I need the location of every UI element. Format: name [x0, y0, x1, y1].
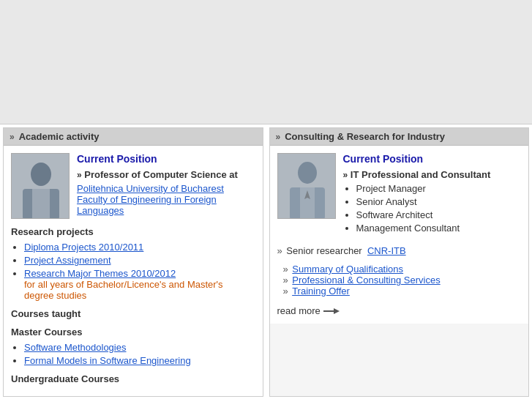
research-note: for all years of Bachelor/Licence's and …	[24, 279, 223, 301]
senior-researcher-line: » Senior researcher CNR-ITB	[277, 245, 522, 256]
svg-rect-9	[323, 310, 335, 312]
senior-chevron: »	[277, 245, 282, 256]
sub-link-row-3: » Training Offer	[283, 286, 522, 297]
right-position-details: Current Position » IT Professional and C…	[343, 153, 522, 238]
left-panel-header: » Academic activity	[4, 128, 263, 146]
summary-qualifications-link[interactable]: Summary of Qualifications	[292, 264, 403, 275]
list-item: Senior Analyst	[356, 196, 522, 207]
list-item: Project Assignement	[24, 255, 255, 266]
software-methodologies-link[interactable]: Software Methodologies	[24, 342, 126, 353]
left-prof-text: Professor of Computer Science at	[84, 169, 238, 180]
sub-links-container: » Summary of Qualifications » Profession…	[283, 264, 522, 297]
left-position-details: Current Position » Professor of Computer…	[77, 153, 255, 219]
top-banner	[0, 0, 532, 124]
right-profile-section: Current Position » IT Professional and C…	[277, 153, 522, 238]
svg-point-1	[31, 163, 51, 186]
left-profile-section: Current Position » Professor of Computer…	[11, 153, 255, 219]
svg-point-5	[298, 162, 317, 184]
master-courses-list: Software Methodologies Formal Models in …	[24, 342, 255, 366]
list-item: Project Manager	[356, 183, 522, 194]
right-it-chevron: »	[343, 170, 348, 180]
list-item: Management Consultant	[356, 223, 522, 234]
left-prof-line: » Professor of Computer Science at	[77, 169, 255, 180]
undergrad-courses-heading: Undergraduate Courses	[11, 373, 255, 384]
master-courses-heading: Master Courses	[11, 327, 255, 338]
left-panel: » Academic activity Current Pos	[3, 127, 263, 397]
main-content: » Academic activity Current Pos	[0, 124, 532, 399]
right-panel-chevrons: »	[276, 132, 281, 142]
research-projects-list: Diploma Projects 2010/2011 Project Assig…	[24, 242, 255, 301]
sub-arrow-2: »	[283, 275, 288, 286]
right-it-line: » IT Professional and Consultant	[343, 169, 522, 180]
training-offer-link[interactable]: Training Offer	[292, 286, 350, 297]
cnr-itb-link[interactable]: CNR-ITB	[367, 245, 406, 256]
svg-rect-3	[32, 189, 50, 219]
left-current-position-title: Current Position	[77, 153, 255, 165]
right-current-position-title: Current Position	[343, 153, 522, 165]
sub-link-row-2: » Professional & Consulting Services	[283, 275, 522, 286]
list-item: Software Architect	[356, 209, 522, 220]
read-more-section: read more	[277, 305, 522, 316]
politehnica-link[interactable]: Politehnica University of Bucharest	[77, 183, 224, 194]
right-profile-image	[277, 153, 336, 219]
project-assignement-link[interactable]: Project Assignement	[24, 255, 111, 266]
courses-taught-heading: Courses taught	[11, 308, 255, 319]
right-panel: » Consulting & Research for Industry	[269, 127, 530, 397]
professional-consulting-link[interactable]: Professional & Consulting Services	[292, 275, 440, 286]
left-prof-chevron: »	[77, 170, 82, 180]
left-panel-body: Current Position » Professor of Computer…	[4, 146, 263, 396]
left-panel-title: Academic activity	[19, 131, 100, 142]
research-themes-link[interactable]: Research Major Themes 2010/2012	[24, 268, 176, 279]
right-panel-body: Current Position » IT Professional and C…	[270, 146, 529, 324]
right-bullet-list: Project Manager Senior Analyst Software …	[356, 183, 522, 234]
left-link2-container: Faculty of Engineering in Foreign Langua…	[77, 194, 255, 216]
left-link1-container: Politehnica University of Bucharest	[77, 183, 255, 194]
right-it-text: IT Professional and Consultant	[351, 169, 490, 180]
read-more-link[interactable]: read more	[277, 305, 321, 316]
list-item: Formal Models in Software Engineering	[24, 355, 255, 366]
left-profile-image	[11, 153, 70, 219]
list-item: Research Major Themes 2010/2012 for all …	[24, 268, 255, 301]
svg-marker-10	[334, 308, 340, 314]
list-item: Diploma Projects 2010/2011	[24, 242, 255, 253]
read-more-arrow-icon	[323, 307, 340, 316]
sub-link-row-1: » Summary of Qualifications	[283, 264, 522, 275]
right-panel-header: » Consulting & Research for Industry	[270, 128, 529, 146]
sub-arrow-3: »	[283, 286, 288, 297]
list-item: Software Methodologies	[24, 342, 255, 353]
sub-arrow-1: »	[283, 264, 288, 275]
left-panel-chevrons: »	[10, 132, 15, 142]
diploma-projects-link[interactable]: Diploma Projects 2010/2011	[24, 242, 143, 253]
right-panel-title: Consulting & Research for Industry	[285, 131, 445, 142]
formal-models-link[interactable]: Formal Models in Software Engineering	[24, 355, 191, 366]
research-projects-heading: Research projects	[11, 226, 255, 237]
senior-researcher-text: Senior researcher	[286, 245, 361, 256]
faculty-link[interactable]: Faculty of Engineering in Foreign Langua…	[77, 194, 217, 216]
